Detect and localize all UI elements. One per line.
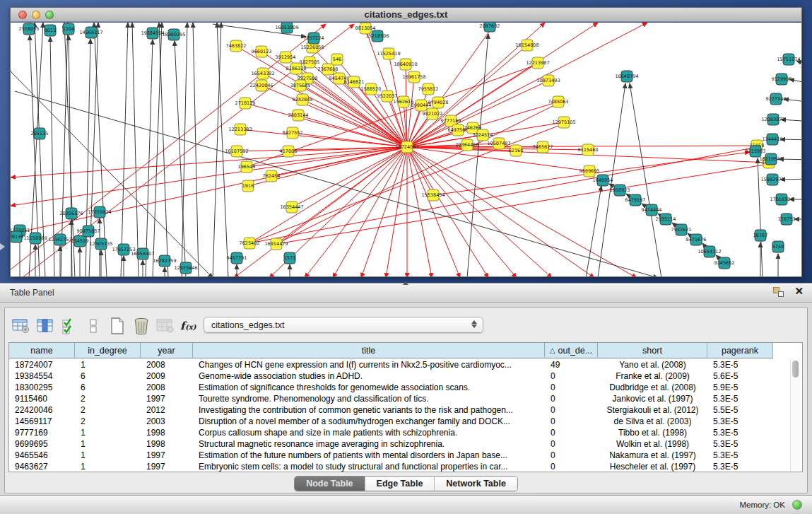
network-node[interactable]: 7955812 <box>418 83 439 95</box>
table-cell[interactable]: Disruption of a novel member of a sodium… <box>193 416 545 427</box>
network-edge[interactable] <box>245 103 407 147</box>
network-edge[interactable] <box>354 82 407 147</box>
network-edge[interactable] <box>146 40 153 276</box>
table-cell[interactable]: 1 <box>75 438 141 450</box>
network-window-titlebar[interactable]: citations_edges.txt <box>11 8 801 22</box>
table-row[interactable]: 969969511998Structural magnetic resonanc… <box>9 438 773 450</box>
table-cell[interactable]: 5.5E-5 <box>707 404 773 416</box>
table-cell[interactable]: Embryonic stem cells: a model to study s… <box>193 461 545 472</box>
table-cell[interactable]: 9699695 <box>9 438 75 450</box>
table-row[interactable]: 2242004622012Investigating the contribut… <box>9 404 773 416</box>
table-cell[interactable]: Tibbo et al. (1998) <box>598 427 707 438</box>
network-node[interactable]: 762454 <box>263 170 281 182</box>
table-cell[interactable]: 6 <box>75 370 141 382</box>
network-node[interactable]: 11525419 <box>377 48 400 59</box>
table-cell[interactable]: 0 <box>545 404 598 416</box>
table-row[interactable]: 1872400712008Changes of HCN gene express… <box>9 359 773 370</box>
table-cell[interactable]: 0 <box>545 427 598 438</box>
table-cell[interactable]: 22420046 <box>9 404 75 416</box>
table-row[interactable]: 1830029562008Estimation of significance … <box>9 382 773 393</box>
splitter-handle-icon[interactable] <box>403 281 408 285</box>
network-edge[interactable] <box>132 23 139 276</box>
function-builder-icon[interactable]: f(x) <box>177 315 201 337</box>
tab-node-table[interactable]: Node Table <box>295 477 365 491</box>
table-cell[interactable]: 0 <box>545 370 598 382</box>
table-row[interactable]: 946554611997Estimation of the future num… <box>9 450 773 461</box>
network-node[interactable]: 15751074 <box>777 54 800 65</box>
table-row[interactable]: 946362711997Embryonic stem cells: a mode… <box>9 461 773 472</box>
network-node[interactable]: 17016504 <box>770 194 793 205</box>
network-node[interactable]: 7857224 <box>304 33 324 44</box>
table-row[interactable]: 977716911998Corpus callosum shape and si… <box>9 427 773 438</box>
network-edge[interactable] <box>276 164 769 244</box>
table-panel-titlebar[interactable]: Table Panel <box>0 283 812 303</box>
network-node[interactable]: 14569117 <box>79 27 102 38</box>
network-node[interactable]: 12505135 <box>89 238 112 250</box>
table-cell[interactable]: 0 <box>545 450 598 461</box>
network-node[interactable]: 9660123 <box>252 46 272 57</box>
network-node[interactable]: 1244419 <box>763 134 783 145</box>
network-node[interactable]: 546 <box>331 54 343 65</box>
column-chooser-icon[interactable] <box>33 315 57 337</box>
table-row[interactable]: 1456911722003Disruption of a novel membe… <box>9 416 773 427</box>
network-node[interactable]: 12093872 <box>761 114 784 125</box>
table-cell[interactable]: 2 <box>75 416 141 427</box>
network-node[interactable]: 12342757 <box>48 234 71 245</box>
network-node[interactable]: 7485063 <box>548 96 569 107</box>
network-node[interactable]: 8427552 <box>283 127 303 139</box>
column-header-year[interactable]: year <box>141 343 193 358</box>
network-edge[interactable] <box>407 147 637 276</box>
table-cell[interactable]: 5.3E-5 <box>707 393 773 404</box>
network-node[interactable]: 22420046 <box>249 80 273 91</box>
table-cell[interactable]: 9115460 <box>9 393 75 404</box>
table-cell[interactable]: 1 <box>75 427 141 438</box>
network-node[interactable]: 1916 <box>242 180 254 192</box>
table-cell[interactable]: Structural magnetic resonance image aver… <box>193 438 545 450</box>
network-node[interactable]: 18640910 <box>394 59 417 70</box>
network-node[interactable]: 9457791 <box>227 252 247 264</box>
table-cell[interactable]: Genome-wide association studies in ADHD. <box>193 370 545 382</box>
network-node[interactable]: 196549 <box>238 161 256 173</box>
network-edge[interactable] <box>361 147 407 276</box>
table-cell[interactable]: 2008 <box>141 382 193 393</box>
network-node[interactable]: 9115460 <box>578 144 599 156</box>
network-edge[interactable] <box>407 147 552 276</box>
table-cell[interactable]: 5.3E-5 <box>707 427 773 438</box>
float-panel-icon[interactable] <box>773 287 784 297</box>
network-node[interactable]: 9242845 <box>293 94 313 105</box>
table-cell[interactable]: 9777169 <box>9 427 75 438</box>
table-cell[interactable]: Corpus callosum shape and size in male p… <box>193 427 545 438</box>
table-cell[interactable]: Stergiakouli et al. (2012) <box>598 404 707 416</box>
table-cell[interactable]: 0 <box>545 461 598 472</box>
network-node[interactable]: 2087682 <box>480 23 500 32</box>
network-node[interactable]: 9744 <box>772 241 784 252</box>
column-header-short[interactable]: short <box>598 343 707 358</box>
network-edge[interactable] <box>784 99 801 103</box>
tab-edge-table[interactable]: Edge Table <box>365 477 435 491</box>
table-cell[interactable]: 6 <box>75 382 141 393</box>
table-settings-icon[interactable] <box>9 315 33 337</box>
table-cell[interactable]: 5.6E-5 <box>707 370 773 382</box>
table-vertical-scrollbar[interactable] <box>790 359 800 472</box>
network-node[interactable]: 9013 <box>45 25 57 36</box>
table-cell[interactable]: Jankovic et al. (1997) <box>598 393 707 404</box>
network-node[interactable]: 7465627 <box>533 141 553 153</box>
table-cell[interactable]: Estimation of the future numbers of pati… <box>193 450 545 461</box>
network-edge[interactable] <box>780 139 801 140</box>
delete-table-icon[interactable] <box>129 315 153 337</box>
memory-ok-led-icon[interactable] <box>792 500 802 510</box>
network-node[interactable]: 10654112 <box>698 246 721 257</box>
column-header-name[interactable]: name <box>9 343 75 358</box>
table-cell[interactable]: 5.3E-5 <box>707 359 773 370</box>
table-cell[interactable]: 2 <box>75 404 141 416</box>
network-node[interactable]: 16154808 <box>515 40 539 51</box>
table-cell[interactable]: 9463627 <box>9 461 75 472</box>
collapsed-panel-arrow-icon[interactable] <box>0 243 5 250</box>
close-panel-icon[interactable]: ✕ <box>794 285 804 298</box>
table-cell[interactable]: 0 <box>545 382 598 393</box>
table-cell[interactable]: de Silva et al. (2003) <box>598 416 707 427</box>
network-edge[interactable] <box>182 23 187 276</box>
table-cell[interactable]: 1 <box>75 359 141 370</box>
network-node[interactable]: 16767 <box>753 230 768 241</box>
table-cell[interactable]: 5.3E-5 <box>707 438 773 450</box>
